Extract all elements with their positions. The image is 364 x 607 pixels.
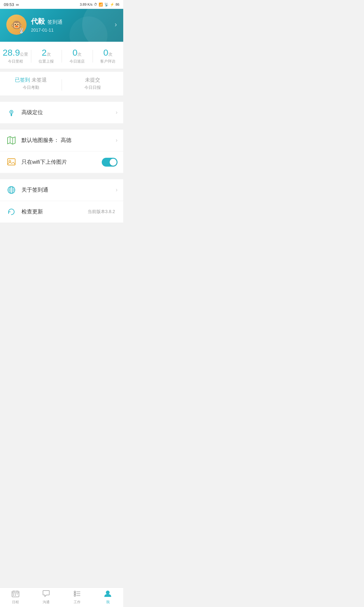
stat-patrol-value: 0次 bbox=[62, 47, 93, 58]
attendance-report-status: 未提交 bbox=[62, 77, 123, 83]
profile-date: 2017-01-11 bbox=[31, 28, 63, 33]
menu-item-check-update[interactable]: 检查更新 当前版本3.8.2 bbox=[0, 201, 123, 223]
svg-rect-4 bbox=[8, 159, 15, 165]
chevron-right-map-icon: › bbox=[116, 137, 118, 144]
wifi-image-icon bbox=[6, 156, 17, 168]
map-icon bbox=[6, 135, 17, 146]
stat-visit: 0次 客户拜访 bbox=[93, 47, 124, 64]
stat-mileage: 28.9公里 今日里程 bbox=[0, 47, 31, 64]
menu-section-location: 高级定位 › bbox=[0, 102, 123, 123]
profile-chevron-right-icon: › bbox=[115, 21, 117, 29]
stat-mileage-value: 28.9公里 bbox=[0, 47, 31, 58]
menu-item-map-service[interactable]: 默认地图服务： 高德 › bbox=[0, 130, 123, 151]
chevron-right-about-icon: › bbox=[116, 187, 118, 193]
menu-item-about[interactable]: 关于签到通 › bbox=[0, 179, 123, 201]
status-battery: 86 bbox=[116, 3, 119, 6]
menu-label-check-update: 检查更新 bbox=[21, 208, 88, 215]
status-speed: 3.89 K/s bbox=[80, 3, 92, 6]
chevron-right-icon: › bbox=[116, 109, 118, 116]
status-time: 09:53 bbox=[4, 2, 14, 7]
menu-value-version: 当前版本3.8.2 bbox=[88, 209, 115, 215]
attendance-report-label: 今日日报 bbox=[62, 85, 123, 90]
location-icon bbox=[6, 107, 17, 118]
stat-visit-value: 0次 bbox=[93, 47, 124, 58]
profile-app-name: 签到通 bbox=[47, 19, 63, 26]
avatar: 🐵 🐰 bbox=[6, 15, 27, 35]
menu-label-advanced-location: 高级定位 bbox=[21, 109, 116, 116]
menu-item-advanced-location[interactable]: 高级定位 › bbox=[0, 102, 123, 123]
menu-label-about: 关于签到通 bbox=[21, 186, 116, 193]
globe-icon bbox=[6, 184, 17, 196]
stat-location-value: 2次 bbox=[31, 47, 62, 58]
section-divider-3 bbox=[0, 176, 123, 179]
stat-visit-label: 客户拜访 bbox=[93, 59, 124, 64]
attendance-report: 未提交 今日日报 bbox=[62, 77, 123, 90]
attendance-checkin-label: 今日考勤 bbox=[0, 85, 62, 90]
menu-section-about: 关于签到通 › 检查更新 当前版本3.8.2 bbox=[0, 179, 123, 223]
status-bar: 09:53 ∞ 3.89 K/s ⏱ 📶 📡 ⚡ 86 bbox=[0, 0, 123, 9]
stat-patrol-label: 今日巡店 bbox=[62, 59, 93, 64]
refresh-icon bbox=[6, 206, 17, 218]
svg-point-1 bbox=[11, 111, 12, 113]
stats-row: 28.9公里 今日里程 2次 位置上报 0次 今日巡店 0次 客户拜访 bbox=[0, 42, 123, 69]
section-divider-2 bbox=[0, 126, 123, 130]
menu-label-wifi-upload: 只在wifi下上传图片 bbox=[21, 158, 102, 166]
status-wifi-icon: 📶 bbox=[99, 3, 103, 7]
wifi-upload-toggle[interactable] bbox=[102, 158, 118, 167]
stat-mileage-label: 今日里程 bbox=[0, 59, 31, 64]
status-charge-icon: ⚡ bbox=[110, 3, 114, 7]
menu-label-map-service: 默认地图服务： 高德 bbox=[21, 137, 116, 144]
status-signal-icon: 📡 bbox=[104, 3, 109, 7]
stat-location-label: 位置上报 bbox=[31, 59, 62, 64]
attendance-checkin-status: 已签到 未签退 bbox=[0, 77, 62, 83]
menu-section-map-wifi: 默认地图服务： 高德 › 只在wifi下上传图片 bbox=[0, 130, 123, 173]
toggle-knob bbox=[110, 159, 117, 166]
profile-name: 代毅 bbox=[31, 17, 45, 26]
status-infinite-icon: ∞ bbox=[16, 2, 19, 7]
menu-item-wifi-upload[interactable]: 只在wifi下上传图片 bbox=[0, 151, 123, 173]
attendance-row: 已签到 未签退 今日考勤 未提交 今日日报 bbox=[0, 72, 123, 95]
section-divider-1 bbox=[0, 99, 123, 102]
profile-banner[interactable]: 🐵 🐰 代毅 签到通 2017-01-11 › bbox=[0, 9, 123, 42]
attendance-checkin: 已签到 未签退 今日考勤 bbox=[0, 77, 62, 90]
stat-location: 2次 位置上报 bbox=[31, 47, 62, 64]
stat-patrol: 0次 今日巡店 bbox=[62, 47, 93, 64]
status-clock-icon: ⏱ bbox=[94, 3, 97, 6]
